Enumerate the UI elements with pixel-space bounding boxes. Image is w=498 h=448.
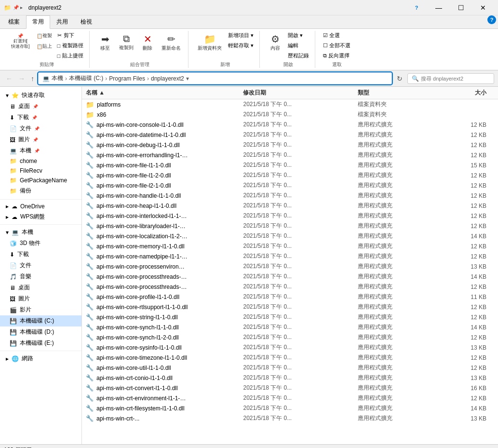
invert-select-button[interactable]: ⧉ 反向選擇 (321, 51, 351, 60)
back-button[interactable]: ← (4, 74, 14, 83)
file-row[interactable]: 🔧 api-ms-win-core-timezone-l1-1-0.dll 20… (82, 353, 498, 363)
file-row[interactable]: 🔧 api-ms-win-core-processenvironment-...… (82, 261, 498, 272)
file-row[interactable]: 🔧 api-ms-win-core-sysinfo-l1-1-0.dll 202… (82, 342, 498, 353)
header-date[interactable]: 修改日期 (243, 89, 357, 97)
file-row[interactable]: 🔧 api-ms-win-core-rtlsupport-l1-1-0.dll … (82, 302, 498, 312)
copy-to-button[interactable]: ⧉複製到 (116, 31, 137, 54)
file-row[interactable]: 🔧 api-ms-win-core-synch-l1-1-0.dll 2021/… (82, 322, 498, 332)
file-row[interactable]: 🔧 api-ms-win-crt-... 2021/5/18 下午 0... 應… (82, 413, 498, 423)
file-row[interactable]: 🔧 api-ms-win-core-file-l1-2-0.dll 2021/5… (82, 170, 498, 180)
file-row[interactable]: 🔧 api-ms-win-core-file-l2-1-0.dll 2021/5… (82, 180, 498, 190)
file-row[interactable]: 🔧 api-ms-win-core-handle-l1-1-0.dll 2021… (82, 190, 498, 201)
path-cdrive[interactable]: 本機磁碟 (C:) (69, 74, 103, 82)
up-button[interactable]: ↑ (29, 74, 36, 83)
address-path[interactable]: 💻 本機 › 本機磁碟 (C:) › Program Files › dnpla… (38, 72, 392, 84)
tab-home[interactable]: 常用 (26, 15, 50, 29)
rename-button[interactable]: ✏重新命名 (158, 31, 184, 54)
file-row[interactable]: 🔧 api-ms-win-core-heap-l1-1-0.dll 2021/5… (82, 201, 498, 211)
file-row[interactable]: 🔧 api-ms-win-core-string-l1-1-0.dll 2021… (82, 312, 498, 322)
ribbon-help-button[interactable]: ? (487, 15, 496, 24)
pin-button[interactable]: 📌 釘選到[快速存取] (8, 31, 33, 52)
maximize-button[interactable]: ☐ (450, 0, 472, 15)
file-row[interactable]: 🔧 api-ms-win-crt-convert-l1-1-0.dll 2021… (82, 383, 498, 393)
move-button[interactable]: ➡移至 (95, 31, 115, 54)
forward-button[interactable]: → (16, 74, 27, 83)
path-folder[interactable]: dnplayerext2 (151, 75, 184, 82)
sidebar-item-network[interactable]: ▸ 🌐 網路 (0, 353, 81, 364)
select-all-button[interactable]: ☑ 全選 (321, 31, 342, 40)
path-thispc[interactable]: 本機 (52, 74, 63, 82)
file-row[interactable]: 🔧 api-ms-win-core-errorhandling-l1-1-0..… (82, 150, 498, 160)
file-row[interactable]: 🔧 api-ms-win-core-profile-l1-1-0.dll 202… (82, 292, 498, 302)
open-button[interactable]: 開啟 ▾ (286, 31, 311, 40)
delete-button[interactable]: ✕刪除 (138, 31, 157, 54)
sidebar-item-getpackagename[interactable]: 📁 GetPackageName (0, 176, 81, 185)
file-row[interactable]: 🔧 api-ms-win-core-processthreads-l1-1-..… (82, 282, 498, 292)
file-row[interactable]: 🔧 api-ms-win-core-memory-l1-1-0.dll 2021… (82, 241, 498, 251)
file-row[interactable]: 🔧 api-ms-win-core-file-l1-1-0.dll 2021/5… (82, 160, 498, 170)
new-folder-button[interactable]: 📁新增資料夾 (194, 31, 225, 54)
sidebar-item-desktop2[interactable]: 🖥 桌面 (0, 282, 81, 293)
tab-file[interactable]: 檔案 (2, 15, 26, 28)
sidebar-item-videos[interactable]: 🎬 影片 (0, 304, 81, 315)
header-type[interactable]: 類型 (358, 89, 444, 97)
edit-button[interactable]: 編輯 (286, 41, 311, 50)
sidebar-item-thispc[interactable]: ▾ 💻 本機 (0, 227, 81, 238)
sidebar-item-pictures[interactable]: 🖼 圖片 📌 (0, 134, 81, 145)
sidebar-item-edrive[interactable]: 💾 本機磁碟 (E:) (0, 338, 81, 349)
header-size[interactable]: 大小 (444, 89, 494, 97)
search-input[interactable] (421, 76, 490, 81)
file-row[interactable]: 🔧 api-ms-win-crt-environment-l1-1-0.dll … (82, 393, 498, 403)
minimize-button[interactable]: — (428, 0, 450, 15)
sidebar-item-cdrive[interactable]: 💾 本機磁碟 (C:) (0, 315, 81, 326)
file-row[interactable]: 🔧 api-ms-win-crt-conio-l1-1-0.dll 2021/5… (82, 373, 498, 383)
file-row[interactable]: 🔧 api-ms-win-core-namedpipe-l1-1-0.dll 2… (82, 251, 498, 261)
sidebar-item-documents[interactable]: 📄 文件 📌 (0, 123, 81, 134)
sidebar-item-wps[interactable]: ▸ ☁ WPS網盤 (0, 211, 81, 222)
paste-button[interactable]: 📋 貼上 (34, 41, 54, 51)
sidebar-item-chome[interactable]: 📁 chome (0, 156, 81, 166)
file-row[interactable]: 🔧 api-ms-win-core-interlocked-l1-1-0.dll… (82, 211, 498, 221)
copy-path-button[interactable]: □複製路徑 (55, 41, 86, 50)
paste-shortcut-button[interactable]: □貼上捷徑 (55, 51, 86, 60)
file-row[interactable]: 🔧 api-ms-win-core-util-l1-1-0.dll 2021/5… (82, 363, 498, 373)
grid-view-button[interactable]: ⊞ (479, 446, 486, 448)
sidebar-item-quickaccess[interactable]: ▾ ⭐ 快速存取 (0, 90, 81, 101)
file-row[interactable]: 🔧 api-ms-win-core-synch-l1-2-0.dll 2021/… (82, 332, 498, 342)
file-row[interactable]: 🔧 api-ms-win-crt-filesystem-l1-1-0.dll 2… (82, 403, 498, 413)
file-row[interactable]: 🔧 api-ms-win-core-libraryloader-l1-1-0.d… (82, 221, 498, 231)
history-button[interactable]: 歷程記錄 (286, 51, 311, 60)
file-row[interactable]: 📁 x86 2021/5/18 下午 0... 檔案資料夾 (82, 109, 498, 120)
sidebar-item-filerecv[interactable]: 📁 FileRecv (0, 166, 81, 176)
refresh-button[interactable]: ↻ (394, 74, 405, 83)
sidebar-item-download[interactable]: ⬇ 下載 📌 (0, 112, 81, 123)
file-row[interactable]: 🔧 api-ms-win-core-processthreads-l1-1-..… (82, 272, 498, 282)
sidebar-item-thispc-quick[interactable]: 💻 本機 📌 (0, 145, 81, 156)
sidebar-item-backup[interactable]: 📁 備份 (0, 185, 81, 196)
file-row[interactable]: 🔧 api-ms-win-core-debug-l1-1-0.dll 2021/… (82, 140, 498, 150)
sidebar-item-music[interactable]: 🎵 音樂 (0, 271, 81, 282)
path-programfiles[interactable]: Program Files (109, 75, 145, 82)
sidebar-item-desktop[interactable]: 🖥 桌面 📌 (0, 101, 81, 112)
new-item-button[interactable]: 新增項目 ▾ (226, 31, 256, 40)
sidebar-item-download2[interactable]: ⬇ 下載 (0, 249, 81, 260)
properties-button[interactable]: ⚙內容 (266, 31, 285, 54)
cut-button[interactable]: ✂剪下 (55, 31, 86, 40)
sidebar-item-onedrive[interactable]: ▸ ☁ OneDrive (0, 202, 81, 211)
file-row[interactable]: 📁 platforms 2021/5/18 下午 0... 檔案資料夾 (82, 99, 498, 109)
list-view-button[interactable]: ≡ (488, 446, 494, 448)
close-button[interactable]: ✕ (472, 0, 494, 15)
sidebar-item-documents2[interactable]: 📄 文件 (0, 260, 81, 271)
tab-share[interactable]: 共用 (50, 15, 74, 28)
file-row[interactable]: 🔧 api-ms-win-core-datetime-l1-1-0.dll 20… (82, 130, 498, 140)
file-row[interactable]: 🔧 api-ms-win-core-console-l1-1-0.dll 202… (82, 120, 498, 130)
tab-view[interactable]: 檢視 (74, 15, 98, 28)
sidebar-item-pictures2[interactable]: 🖼 圖片 (0, 293, 81, 304)
file-row[interactable]: 🔧 api-ms-win-core-localization-l1-2-0.dl… (82, 231, 498, 241)
select-none-button[interactable]: ☐ 全部不選 (321, 41, 352, 50)
easy-access-button[interactable]: 輕鬆存取 ▾ (226, 41, 256, 50)
help-button[interactable]: ? (405, 0, 428, 15)
sidebar-item-ddrive[interactable]: 💾 本機磁碟 (D:) (0, 326, 81, 338)
header-name[interactable]: 名稱 ▲ (86, 89, 243, 97)
sidebar-item-3dobjects[interactable]: 🧊 3D 物件 (0, 238, 81, 249)
